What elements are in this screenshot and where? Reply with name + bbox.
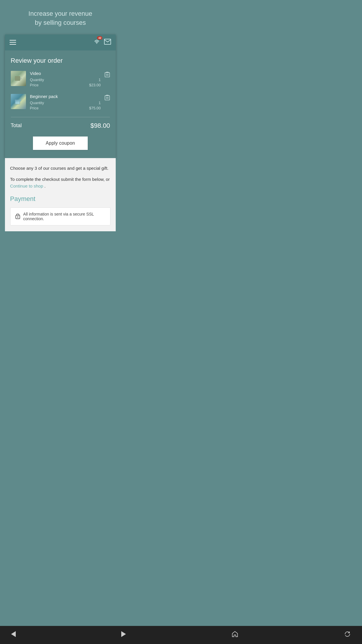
- quantity-label-beginner: Quantity: [30, 101, 44, 105]
- lock-icon: [15, 213, 20, 220]
- item-quantity-row-beginner: Quantity 1: [30, 101, 101, 105]
- price-value-beginner: $75.00: [89, 106, 101, 110]
- app-header: 42: [5, 34, 116, 50]
- order-item-beginner: Beginner pack Quantity 1 Price $75.00: [11, 94, 110, 111]
- checkout-text-before: To complete the checkout submit the form…: [10, 177, 110, 182]
- ssl-box: All information is sent via a secure SSL…: [10, 207, 111, 225]
- delete-icon-video[interactable]: [105, 71, 110, 79]
- svg-rect-5: [15, 100, 20, 101]
- checkout-text-after: .: [44, 183, 45, 188]
- hero-text: Increase your revenue by selling courses: [23, 0, 98, 34]
- checkout-text: To complete the checkout submit the form…: [10, 176, 111, 189]
- svg-rect-6: [15, 102, 20, 102]
- order-content: Review your order Video Quantity 1: [5, 50, 116, 158]
- item-price-row-beginner: Price $75.00: [30, 106, 101, 110]
- item-thumbnail-video: [11, 71, 26, 86]
- quantity-label-video: Quantity: [30, 78, 44, 82]
- svg-point-12: [17, 216, 18, 218]
- item-name-beginner: Beginner pack: [30, 94, 101, 99]
- item-details-beginner: Beginner pack Quantity 1 Price $75.00: [30, 94, 101, 111]
- item-name-video: Video: [30, 71, 101, 76]
- envelope-icon[interactable]: [104, 39, 111, 46]
- order-title: Review your order: [11, 57, 110, 64]
- quantity-value-beginner: 1: [99, 101, 101, 105]
- hamburger-menu-icon[interactable]: [10, 40, 16, 45]
- order-divider: [11, 117, 110, 117]
- price-value-video: $23.00: [89, 83, 101, 87]
- quantity-value-video: 1: [99, 78, 101, 82]
- delete-icon-beginner[interactable]: [105, 94, 110, 102]
- app-card: 42 Review your order: [5, 34, 116, 158]
- svg-rect-2: [15, 76, 20, 81]
- continue-to-shop-link[interactable]: Continue to shop: [10, 183, 43, 188]
- svg-point-0: [96, 43, 97, 43]
- wifi-icon: [94, 40, 100, 46]
- ssl-text: All information is sent via a secure SSL…: [23, 212, 106, 221]
- item-thumbnail-beginner: [11, 94, 26, 109]
- total-row: Total $98.00: [11, 122, 110, 130]
- svg-marker-3: [20, 77, 22, 80]
- item-price-row-video: Price $23.00: [30, 83, 101, 87]
- promo-text: Choose any 3 of our courses and get a sp…: [10, 165, 111, 172]
- header-right: 42: [94, 38, 111, 46]
- apply-coupon-button[interactable]: Apply coupon: [33, 136, 88, 150]
- item-details-video: Video Quantity 1 Price $23.00: [30, 71, 101, 88]
- price-label-beginner: Price: [30, 106, 39, 110]
- wifi-notification-icon[interactable]: 42: [94, 38, 100, 46]
- total-amount: $98.00: [90, 122, 110, 130]
- item-quantity-row-video: Quantity 1: [30, 78, 101, 82]
- price-label-video: Price: [30, 83, 39, 87]
- order-item-video: Video Quantity 1 Price $23.00: [11, 71, 110, 88]
- svg-rect-7: [15, 103, 20, 104]
- svg-point-9: [19, 99, 21, 102]
- payment-title: Payment: [10, 195, 111, 203]
- notification-badge: 42: [97, 36, 102, 40]
- total-label: Total: [11, 123, 22, 129]
- lower-card: Choose any 3 of our courses and get a sp…: [5, 158, 116, 232]
